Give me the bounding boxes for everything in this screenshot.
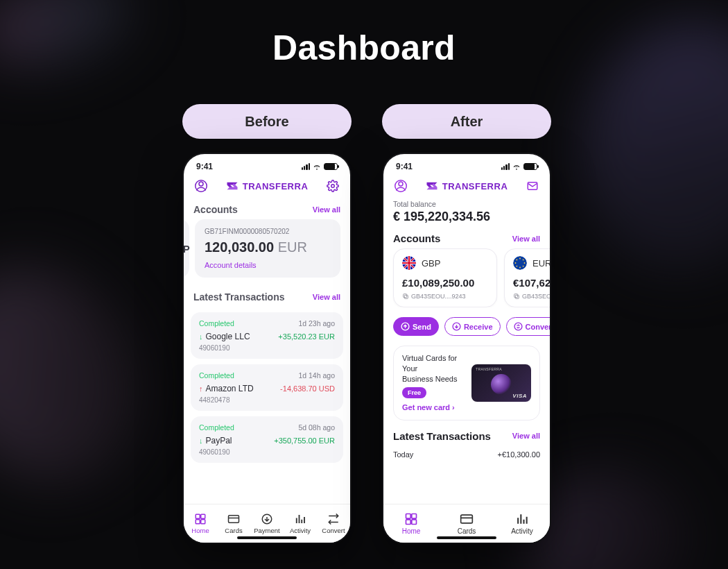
svg-rect-6	[201, 520, 205, 524]
account-card-eur[interactable]: EUR €107,620 GB43SEOU..	[504, 248, 550, 307]
total-balance-label: Total balance	[383, 197, 550, 208]
promo-badge: Free	[402, 387, 426, 398]
nav-activity[interactable]: Activity	[494, 504, 550, 543]
account-details-link[interactable]: Account details	[205, 261, 331, 269]
page-title: Dashboard	[0, 28, 728, 68]
tx-payee: Google LLC	[206, 332, 250, 341]
svg-rect-32	[412, 520, 417, 525]
accounts-heading: Accounts	[193, 204, 238, 215]
virtual-card-image: TRANSFERRA VISA	[471, 364, 531, 402]
battery-icon	[324, 163, 338, 170]
cell-signal-icon	[501, 163, 510, 170]
account-balance: €107,620	[513, 277, 550, 289]
svg-point-9	[399, 182, 403, 186]
svg-point-21	[523, 260, 524, 261]
account-iban: GB71FINM0000080570202	[205, 228, 331, 235]
transaction-row[interactable]: Completed5d 08h ago ↓PayPal+350,755.00 E…	[191, 416, 343, 463]
svg-rect-33	[461, 515, 473, 523]
svg-point-16	[519, 258, 521, 260]
accounts-heading: Accounts	[393, 232, 440, 244]
svg-rect-4	[201, 514, 205, 518]
svg-rect-29	[406, 514, 411, 519]
brand-bar: TRANSFERRA	[383, 175, 550, 197]
status-bar: 9:41	[383, 154, 550, 175]
account-balance: 120,030.00 EUR	[205, 239, 331, 255]
promo-text: Virtual Cards for YourBusiness Needs	[402, 353, 465, 384]
account-card-gbp[interactable]: GBP £10,089,250.00 GB43SEOU....9243	[393, 248, 497, 307]
tx-ref: 49060190	[199, 344, 335, 352]
svg-point-17	[519, 267, 521, 269]
settings-icon[interactable]	[325, 178, 340, 194]
label-after: After	[382, 104, 551, 139]
svg-rect-7	[229, 516, 239, 523]
flag-gb-icon	[402, 256, 416, 270]
svg-point-18	[515, 262, 517, 264]
receive-button[interactable]: Receive	[444, 317, 501, 336]
nav-convert[interactable]: Convert	[317, 504, 350, 543]
home-indicator	[437, 536, 496, 539]
profile-icon[interactable]	[393, 178, 408, 194]
arrow-down-icon: ↓	[199, 332, 203, 341]
arrow-down-icon: ↓	[199, 436, 203, 445]
wifi-icon	[313, 164, 321, 170]
svg-rect-14	[404, 294, 407, 298]
transactions-view-all[interactable]: View all	[512, 432, 540, 440]
nav-home[interactable]: Home	[383, 504, 439, 543]
transactions-view-all[interactable]: View all	[313, 293, 340, 301]
account-iban: GB43SEOU..	[513, 293, 550, 300]
tx-ago: 1d 23h ago	[298, 319, 335, 328]
accounts-view-all[interactable]: View all	[512, 235, 540, 243]
svg-point-19	[524, 262, 526, 264]
account-currency-code: EUR	[532, 258, 550, 269]
mail-icon[interactable]	[525, 178, 540, 194]
tx-status: Completed	[199, 319, 234, 328]
total-balance-amount: € 195,220,334.56	[383, 208, 550, 227]
chevron-right-icon: ›	[452, 402, 455, 413]
account-balance: £10,089,250.00	[402, 277, 488, 289]
transaction-row[interactable]: Completed1d 14h ago ↑Amazon LTD-14,638.7…	[191, 364, 343, 411]
cell-signal-icon	[302, 163, 310, 170]
brand-bar: TRANSFERRA	[184, 175, 350, 197]
svg-rect-13	[404, 295, 408, 298]
svg-rect-31	[406, 520, 411, 525]
svg-point-22	[517, 266, 518, 267]
status-time: 9:41	[396, 162, 413, 171]
convert-button[interactable]: Convert	[506, 317, 551, 336]
wifi-icon	[512, 164, 521, 170]
account-card[interactable]: GB71FINM0000080570202 120,030.00 EUR Acc…	[195, 219, 340, 278]
phone-before: 9:41 TRANSFERRA Accounts View all BP GB7…	[184, 154, 350, 543]
svg-rect-24	[515, 295, 519, 298]
svg-point-28	[514, 323, 522, 330]
svg-rect-5	[196, 520, 200, 524]
flag-eu-icon	[513, 256, 527, 270]
arrow-up-icon: ↑	[199, 384, 203, 393]
nav-home[interactable]: Home	[184, 504, 217, 543]
status-bar: 9:41	[184, 154, 350, 175]
svg-rect-25	[514, 294, 518, 298]
brand-logo: TRANSFERRA	[426, 181, 508, 192]
tx-amount: -14,638.70 USD	[280, 384, 335, 393]
tx-ref: 44820478	[199, 396, 335, 404]
accounts-view-all[interactable]: View all	[313, 205, 340, 214]
svg-point-0	[199, 182, 203, 186]
transactions-heading: Latest Transactions	[193, 291, 285, 303]
tx-amount: +350,755.00 EUR	[274, 436, 335, 445]
promo-card[interactable]: Virtual Cards for YourBusiness Needs Fre…	[393, 346, 540, 421]
tx-ago: 1d 14h ago	[298, 371, 335, 380]
account-card-prev[interactable]: BP	[184, 219, 189, 278]
bg-blob	[0, 236, 170, 513]
svg-point-2	[331, 185, 335, 188]
phone-after: 9:41 TRANSFERRA Total balance € 195,220,…	[383, 154, 550, 543]
promo-cta[interactable]: Get new card›	[402, 402, 465, 413]
tx-status: Completed	[199, 423, 234, 432]
profile-icon[interactable]	[193, 178, 209, 194]
svg-rect-30	[412, 514, 417, 519]
svg-point-23	[523, 266, 524, 267]
send-button[interactable]: Send	[393, 317, 439, 336]
home-indicator	[237, 536, 297, 539]
tx-ref: 49060190	[199, 448, 335, 456]
today-label: Today	[393, 450, 413, 459]
transaction-row[interactable]: Completed1d 23h ago ↓Google LLC+35,520.2…	[191, 312, 343, 359]
account-iban: GB43SEOU....9243	[402, 293, 488, 300]
tx-ago: 5d 08h ago	[298, 423, 335, 432]
